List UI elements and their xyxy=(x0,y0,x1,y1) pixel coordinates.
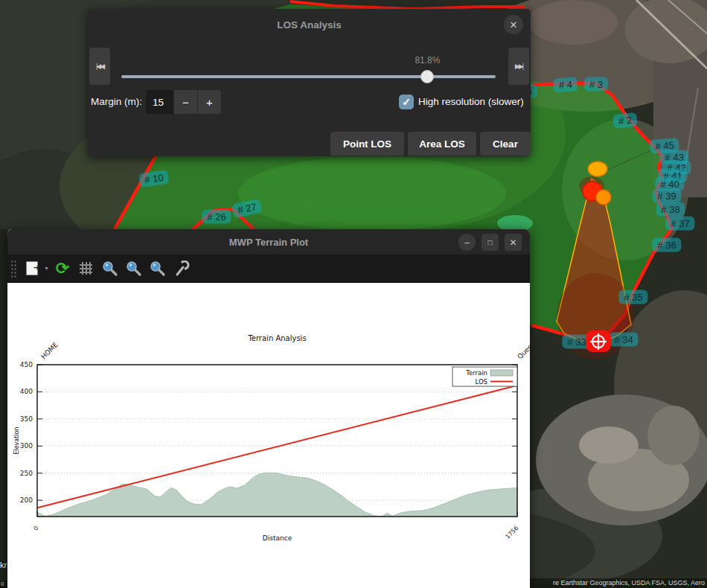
terrain-chart: 20025030035040045001756HOMEQueryTerrain … xyxy=(7,283,530,588)
map-marker-label: # 35 xyxy=(618,290,647,304)
wrench-icon xyxy=(173,261,190,277)
export-document-icon xyxy=(26,261,38,275)
clear-button[interactable]: Clear xyxy=(480,132,531,156)
map-marker-label: # 2 xyxy=(612,112,638,129)
chevron-down-icon[interactable]: ▼ xyxy=(44,266,49,271)
selected-marker-target-icon[interactable] xyxy=(586,330,611,352)
high-resolution-checkbox[interactable]: ✓ xyxy=(399,95,414,109)
margin-decrement-button[interactable]: − xyxy=(173,90,197,114)
margin-increment-button[interactable]: + xyxy=(197,90,221,114)
map-marker-label: # 38 xyxy=(656,202,685,217)
screen: # 5# 4# 3# 2# 45# 43# 42# 41# 40# 39# 38… xyxy=(0,0,707,588)
map-marker-label: # 26 xyxy=(202,210,231,224)
margin-label: Margin (m): xyxy=(91,96,142,107)
margin-value-field[interactable]: 15 xyxy=(146,90,173,114)
svg-text:350: 350 xyxy=(20,415,33,423)
plot-window-titlebar[interactable]: MWP Terrain Plot xyxy=(7,229,530,255)
progress-slider-track[interactable] xyxy=(121,75,496,78)
plot-window-title: MWP Terrain Plot xyxy=(229,237,308,248)
refresh-icon: ⟳ xyxy=(56,261,69,276)
svg-text:HOME: HOME xyxy=(39,341,60,361)
area-los-button[interactable]: Area LOS xyxy=(408,132,476,156)
skip-to-end-button[interactable]: ▶▶| xyxy=(508,48,529,85)
high-resolution-label: High resolution (slower) xyxy=(418,96,524,107)
svg-text:Terrain Analysis: Terrain Analysis xyxy=(247,334,306,342)
magnifier-icon xyxy=(150,261,166,277)
configure-button[interactable] xyxy=(170,258,193,280)
skip-to-start-button[interactable]: |◀◀ xyxy=(89,48,110,85)
map-scale-fragment: 0 xyxy=(1,581,4,587)
map-attribution: re Earthstar Geographics, USDA FSA, USGS… xyxy=(522,578,707,588)
map-marker-label: # 39 xyxy=(652,189,681,203)
zoom-region-button[interactable] xyxy=(99,258,121,280)
map-marker-label: # 36 xyxy=(652,238,681,252)
plot-toolbar: ▼ ⟳ xyxy=(7,255,530,283)
map-marker-label: # 34 xyxy=(609,333,638,347)
svg-text:300: 300 xyxy=(20,442,33,450)
svg-text:400: 400 xyxy=(20,388,33,395)
svg-text:1756: 1756 xyxy=(505,525,520,540)
svg-text:450: 450 xyxy=(20,361,33,368)
close-icon[interactable]: ✕ xyxy=(504,15,523,34)
export-button[interactable] xyxy=(21,258,43,280)
svg-text:Distance: Distance xyxy=(263,534,292,542)
terrain-chart-svg: 20025030035040045001756HOMEQueryTerrain … xyxy=(7,283,530,588)
point-los-button[interactable]: Point LOS xyxy=(330,132,404,156)
maximize-icon[interactable]: □ xyxy=(482,234,499,251)
svg-text:200: 200 xyxy=(20,496,33,504)
svg-text:LOS: LOS xyxy=(475,378,487,386)
magnifier-icon xyxy=(126,261,142,277)
progress-percent-label: 81.8% xyxy=(415,55,440,65)
svg-text:0: 0 xyxy=(32,525,39,532)
los-dialog-titlebar[interactable]: LOS Analysis xyxy=(88,9,531,40)
grid-icon xyxy=(80,262,92,275)
magnifier-icon xyxy=(102,261,118,277)
svg-text:Query: Query xyxy=(516,341,530,361)
progress-slider-handle[interactable] xyxy=(420,70,434,83)
zoom-previous-button[interactable] xyxy=(123,258,145,280)
zoom-reset-button[interactable] xyxy=(147,258,169,280)
svg-text:Terrain: Terrain xyxy=(465,369,487,377)
map-marker-label: # 4 xyxy=(553,77,578,92)
terrain-plot-window: MWP Terrain Plot – □ ✕ ▼ ⟳ xyxy=(7,229,530,588)
close-icon[interactable]: ✕ xyxy=(505,234,522,251)
grid-toggle-button[interactable] xyxy=(75,258,97,280)
minimize-icon[interactable]: – xyxy=(458,234,476,251)
map-marker-label: # 37 xyxy=(665,217,694,231)
svg-text:250: 250 xyxy=(20,470,33,477)
crosshair-icon xyxy=(589,333,607,351)
map-label-fragment: kr xyxy=(0,560,7,569)
svg-text:Elevation: Elevation xyxy=(13,426,20,454)
refresh-button[interactable]: ⟳ xyxy=(51,258,74,280)
map-marker-label: # 3 xyxy=(584,77,608,92)
los-dialog-title: LOS Analysis xyxy=(277,19,342,31)
toolbar-grip-handle[interactable] xyxy=(10,260,17,278)
los-analysis-dialog: LOS Analysis ✕ |◀◀ ▶▶| 81.8% Margin (m):… xyxy=(88,9,531,156)
